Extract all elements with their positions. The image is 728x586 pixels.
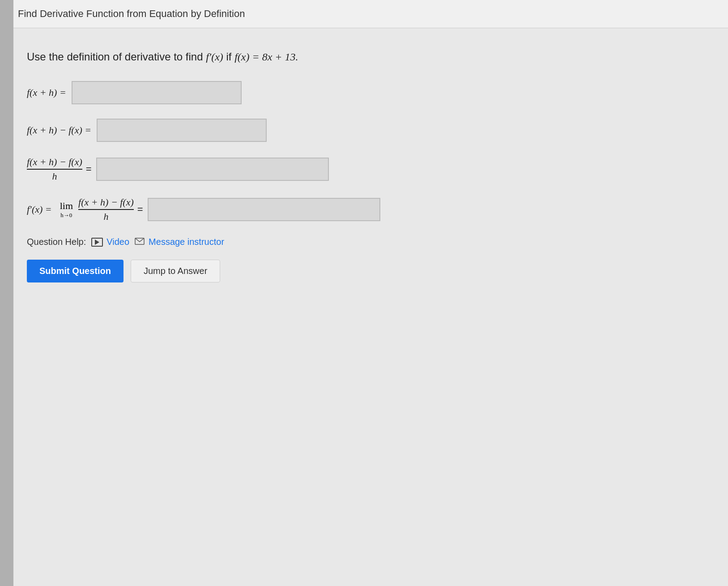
left-sidebar — [0, 0, 13, 586]
envelope-icon — [135, 237, 145, 247]
message-label: Message instructor — [149, 237, 224, 247]
eq-label-frac-3: f(x + h) − f(x) h — [27, 156, 82, 182]
input-derivative[interactable] — [148, 198, 380, 221]
page-title: Find Derivative Function from Equation b… — [18, 8, 245, 19]
eq-equals-3: = — [86, 163, 92, 175]
submit-button[interactable]: Submit Question — [27, 260, 123, 282]
eq-equals-4: = — [137, 204, 143, 215]
message-link[interactable]: Message instructor — [135, 237, 224, 247]
equation-row-2: f(x + h) − f(x) = — [27, 119, 701, 142]
frac-num-3: f(x + h) − f(x) — [27, 156, 82, 170]
eq-label-2: f(x + h) − f(x) = — [27, 124, 91, 136]
eq-label-1: f(x + h) = — [27, 87, 66, 98]
question-help-row: Question Help: Video Message instructor — [27, 237, 701, 247]
help-label: Question Help: — [27, 237, 86, 247]
eq-label-frac-4: f(x + h) − f(x) h — [78, 197, 134, 222]
play-icon-box — [91, 238, 103, 247]
content-area: Use the definition of derivative to find… — [0, 28, 728, 309]
problem-statement: Use the definition of derivative to find… — [27, 51, 701, 63]
lim-text: lim — [60, 200, 73, 212]
equation-row-3: f(x + h) − f(x) h = — [27, 156, 701, 182]
equation-row-4: f′(x) = lim h→0 f(x + h) − f(x) h = — [27, 197, 701, 222]
video-label: Video — [106, 237, 129, 247]
equation-row-1: f(x + h) = — [27, 81, 701, 104]
play-triangle-icon — [95, 240, 99, 245]
input-frac[interactable] — [96, 158, 329, 181]
eq-label-fprime: f′(x) = — [27, 204, 52, 215]
frac-den-3: h — [52, 170, 57, 182]
lim-subscript: h→0 — [60, 212, 72, 219]
video-link[interactable]: Video — [91, 237, 129, 247]
buttons-row: Submit Question Jump to Answer — [27, 260, 701, 282]
frac-den-4: h — [103, 210, 108, 222]
input-fxh[interactable] — [72, 81, 242, 104]
lim-symbol: lim h→0 — [60, 200, 73, 219]
page-container: Find Derivative Function from Equation b… — [0, 0, 728, 586]
input-fxh-fx[interactable] — [97, 119, 267, 142]
page-title-bar: Find Derivative Function from Equation b… — [0, 0, 728, 28]
jump-to-answer-button[interactable]: Jump to Answer — [131, 260, 220, 282]
frac-num-4: f(x + h) − f(x) — [78, 197, 134, 210]
